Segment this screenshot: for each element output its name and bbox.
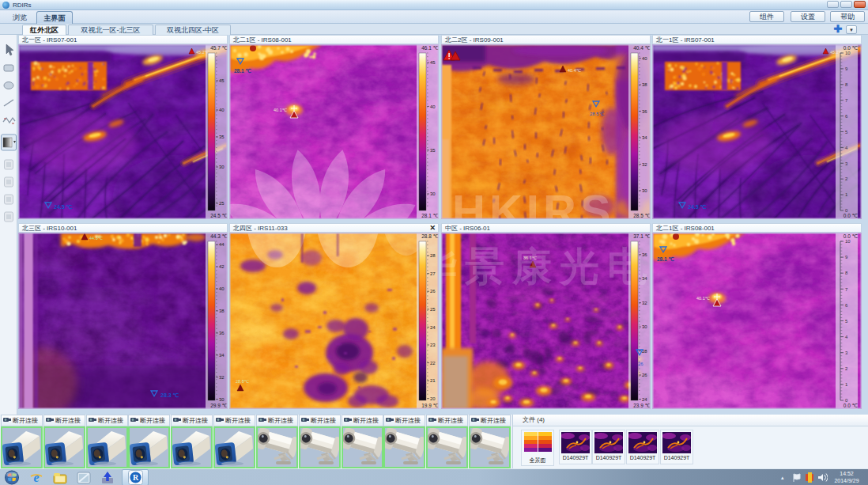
svg-text:30: 30 [642,188,647,193]
svg-text:27: 27 [430,271,436,276]
svg-text:40.4 ℃: 40.4 ℃ [633,45,651,51]
svg-text:40.4℃: 40.4℃ [568,68,581,73]
svg-text:34: 34 [642,276,647,281]
svg-text:25: 25 [219,201,225,206]
svg-text:37.1 ℃: 37.1 ℃ [633,233,651,239]
svg-text:38: 38 [642,82,647,87]
svg-text:0.0 ℃: 0.0 ℃ [843,45,858,51]
svg-text:24.5 ℃: 24.5 ℃ [54,204,73,210]
svg-text:22: 22 [430,361,436,366]
svg-text:24.5 ℃: 24.5 ℃ [688,204,707,210]
svg-text:HKIRS: HKIRS [452,185,614,219]
svg-text:28: 28 [430,253,436,258]
svg-text:华景康光电: 华景康光电 [441,244,651,289]
svg-text:29.9 ℃: 29.9 ℃ [210,403,228,408]
svg-text:32: 32 [642,301,647,305]
svg-text:28.5 ℃: 28.5 ℃ [633,213,651,218]
svg-text:26: 26 [430,289,436,294]
svg-text:23: 23 [430,343,436,347]
svg-text:32: 32 [642,162,647,167]
svg-text:44: 44 [219,242,225,247]
svg-text:28.5℃: 28.5℃ [590,112,605,116]
svg-text:45: 45 [430,60,436,65]
svg-text:34: 34 [219,353,225,358]
svg-text:24: 24 [430,325,436,330]
svg-text:32: 32 [219,375,225,380]
svg-text:24: 24 [642,397,647,402]
svg-text:46.1 ℃: 46.1 ℃ [421,45,439,51]
svg-text:0.0 ℃: 0.0 ℃ [843,233,858,239]
svg-text:25: 25 [430,307,436,312]
svg-text:36: 36 [642,252,647,257]
svg-text:35: 35 [430,148,436,153]
svg-text:10: 10 [845,51,851,55]
svg-text:24.5 ℃: 24.5 ℃ [210,213,228,218]
svg-text:36: 36 [219,331,225,335]
svg-text:36: 36 [642,109,647,114]
svg-text:34: 34 [642,135,647,140]
svg-text:28.8℃: 28.8℃ [236,379,249,384]
svg-text:30: 30 [219,165,225,169]
svg-text:35: 35 [219,135,225,139]
svg-text:40.1℃: 40.1℃ [696,296,710,301]
svg-text:40: 40 [219,286,225,291]
svg-text:44.3℃: 44.3℃ [89,236,103,241]
svg-text:45: 45 [219,78,225,83]
svg-text:28.1 ℃: 28.1 ℃ [234,68,251,74]
svg-text:40: 40 [430,104,436,109]
svg-text:0.0 ℃: 0.0 ℃ [843,213,858,218]
svg-text:30: 30 [219,397,225,402]
svg-text:45.7 ℃: 45.7 ℃ [210,45,228,51]
svg-text:42: 42 [219,264,225,269]
svg-text:26: 26 [642,373,647,377]
svg-text:40.1℃: 40.1℃ [274,108,287,112]
svg-text:e: e [33,471,39,484]
svg-text:0.0 ℃: 0.0 ℃ [843,403,858,408]
svg-text:20: 20 [430,396,436,401]
svg-text:28.1 ℃: 28.1 ℃ [657,256,674,262]
svg-text:30: 30 [642,324,647,329]
svg-text:R: R [133,473,139,482]
svg-text:28.3 ℃: 28.3 ℃ [160,392,179,398]
svg-text:19.9 ℃: 19.9 ℃ [421,403,439,408]
svg-text:26: 26 [638,362,643,366]
svg-text:30: 30 [430,191,436,196]
svg-text:10: 10 [845,239,851,244]
svg-text:21: 21 [430,378,436,383]
svg-text:23.9 ℃: 23.9 ℃ [633,403,651,408]
svg-text:40: 40 [219,108,225,112]
svg-text:38: 38 [219,309,225,313]
svg-text:44.3 ℃: 44.3 ℃ [210,233,228,239]
svg-text:28.1 ℃: 28.1 ℃ [421,213,439,218]
svg-text:40: 40 [642,56,647,61]
svg-text:28.8 ℃: 28.8 ℃ [421,233,439,239]
